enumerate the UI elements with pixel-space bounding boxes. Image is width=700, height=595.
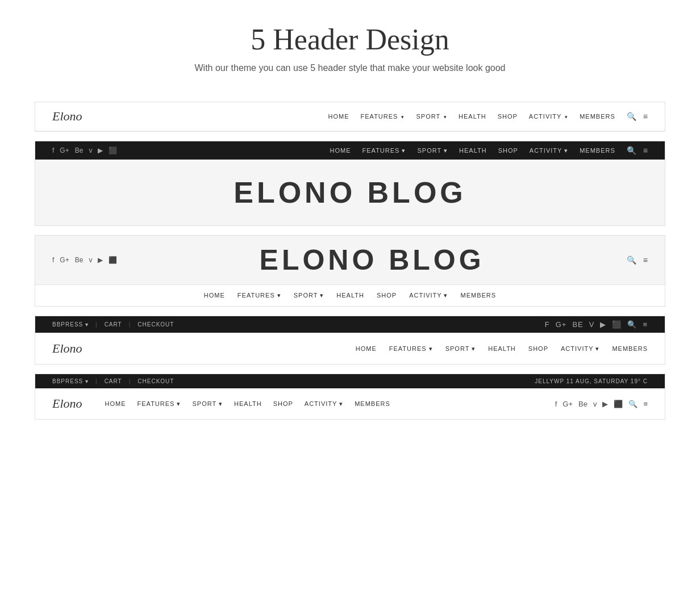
- header-design-4: BBPRESS ▾ | CART | CHECKOUT f G+ Be v ▶ …: [35, 316, 665, 364]
- hd1-navbar: Elono HOME FEATURES SPORT HEALTH SHOP AC…: [35, 102, 665, 131]
- util-sep-2: |: [129, 378, 131, 384]
- facebook-icon[interactable]: f: [52, 256, 54, 264]
- vimeo-icon[interactable]: v: [89, 256, 92, 264]
- hd1-logo: Elono: [52, 109, 82, 124]
- nav-members[interactable]: MEMBERS: [612, 345, 648, 353]
- googleplus-icon[interactable]: G+: [562, 400, 573, 408]
- hd5-utility-right: JELLYWP 11 AUG, SATURDAY 19° C: [535, 378, 648, 384]
- nav-features[interactable]: FEATURES: [361, 113, 405, 120]
- nav-members[interactable]: MEMBERS: [580, 113, 615, 120]
- youtube-icon[interactable]: ▶: [98, 256, 103, 264]
- nav-health[interactable]: HEALTH: [459, 147, 487, 154]
- util-sep-1: |: [95, 321, 98, 328]
- features-chevron: [400, 113, 405, 120]
- nav-features[interactable]: FEATURES ▾: [363, 147, 406, 154]
- nav-health[interactable]: HEALTH: [336, 292, 364, 299]
- nav-shop[interactable]: SHOP: [498, 147, 518, 154]
- youtube-icon[interactable]: ▶: [602, 400, 608, 408]
- hd2-social-bar: f G+ Be v ▶ ⬛ HOME FEATURES ▾ SPORT ▾ HE…: [35, 141, 665, 160]
- nav-home[interactable]: HOME: [328, 113, 349, 120]
- search-icon[interactable]: 🔍: [628, 400, 638, 408]
- nav-features[interactable]: FEATURES ▾: [389, 345, 433, 353]
- nav-shop[interactable]: SHOP: [273, 400, 293, 408]
- instagram-icon[interactable]: ⬛: [614, 400, 623, 408]
- bbpress-link[interactable]: BBPRESS ▾: [52, 321, 89, 328]
- youtube-icon[interactable]: ▶: [98, 146, 103, 154]
- menu-icon[interactable]: ≡: [643, 400, 648, 408]
- search-icon[interactable]: 🔍: [627, 112, 636, 121]
- search-icon[interactable]: 🔍: [627, 320, 637, 329]
- hd4-logo: Elono: [52, 341, 82, 356]
- checkout-link[interactable]: CHECKOUT: [138, 378, 174, 384]
- util-sep-1: |: [95, 378, 98, 384]
- facebook-icon[interactable]: f: [545, 320, 550, 329]
- cart-link[interactable]: CART: [105, 321, 122, 328]
- hd4-utility-bar: BBPRESS ▾ | CART | CHECKOUT f G+ Be v ▶ …: [35, 316, 665, 333]
- nav-shop[interactable]: SHOP: [528, 345, 548, 353]
- behance-icon[interactable]: Be: [572, 320, 583, 329]
- menu-icon[interactable]: ≡: [643, 146, 648, 155]
- hd4-utility-left: BBPRESS ▾ | CART | CHECKOUT: [52, 321, 174, 328]
- youtube-icon[interactable]: ▶: [600, 320, 606, 329]
- facebook-icon[interactable]: f: [52, 146, 54, 154]
- hd2-blog-title: ELONO BLOG: [35, 160, 665, 225]
- vimeo-icon[interactable]: v: [593, 400, 597, 408]
- hd3-top: f G+ Be v ▶ ⬛ ELONO BLOG 🔍 ≡: [35, 236, 665, 284]
- hd5-utility-left: BBPRESS ▾ | CART | CHECKOUT: [52, 378, 174, 384]
- page-title-section: 5 Header Design With our theme you can u…: [0, 0, 700, 90]
- nav-shop[interactable]: SHOP: [498, 113, 518, 120]
- search-icon[interactable]: 🔍: [627, 255, 636, 265]
- nav-home[interactable]: HOME: [105, 400, 126, 408]
- nav-health[interactable]: HEALTH: [459, 113, 486, 120]
- nav-home[interactable]: HOME: [204, 292, 225, 299]
- nav-activity[interactable]: ACTIVITY: [529, 113, 568, 120]
- nav-health[interactable]: HEALTH: [234, 400, 262, 408]
- hd2-right-icons: 🔍 ≡: [627, 146, 648, 155]
- facebook-icon[interactable]: f: [555, 400, 557, 408]
- hd1-nav: HOME FEATURES SPORT HEALTH SHOP ACTIVITY…: [328, 113, 615, 120]
- nav-home[interactable]: HOME: [330, 147, 351, 154]
- nav-features[interactable]: FEATURES ▾: [138, 400, 181, 408]
- nav-members[interactable]: MEMBERS: [355, 400, 390, 408]
- sport-chevron: [443, 113, 447, 120]
- nav-sport[interactable]: SPORT ▾: [192, 400, 223, 408]
- menu-icon[interactable]: ≡: [643, 320, 648, 329]
- instagram-icon[interactable]: ⬛: [109, 256, 117, 264]
- nav-sport[interactable]: SPORT ▾: [294, 292, 324, 299]
- nav-sport[interactable]: SPORT ▾: [445, 345, 476, 353]
- hd3-social-icons: f G+ Be v ▶ ⬛: [52, 256, 117, 264]
- menu-icon[interactable]: ≡: [643, 255, 648, 265]
- header-design-5: BBPRESS ▾ | CART | CHECKOUT JELLYWP 11 A…: [35, 374, 665, 420]
- hd5-utility-bar: BBPRESS ▾ | CART | CHECKOUT JELLYWP 11 A…: [35, 374, 665, 388]
- nav-health[interactable]: HEALTH: [488, 345, 516, 353]
- nav-activity[interactable]: ACTIVITY ▾: [305, 400, 343, 408]
- search-icon[interactable]: 🔍: [627, 146, 636, 155]
- behance-icon[interactable]: Be: [75, 146, 84, 154]
- instagram-icon[interactable]: ⬛: [612, 320, 622, 329]
- hd5-right-icons: f G+ Be v ▶ ⬛ 🔍 ≡: [555, 400, 648, 408]
- bbpress-link[interactable]: BBPRESS ▾: [52, 378, 89, 384]
- nav-features[interactable]: FEATURES ▾: [238, 292, 281, 299]
- nav-members[interactable]: MEMBERS: [580, 147, 615, 154]
- nav-activity[interactable]: ACTIVITY ▾: [409, 292, 448, 299]
- nav-members[interactable]: MEMBERS: [461, 292, 497, 299]
- behance-icon[interactable]: Be: [578, 400, 588, 408]
- checkout-link[interactable]: CHECKOUT: [138, 321, 174, 328]
- vimeo-icon[interactable]: v: [589, 320, 595, 329]
- hd3-right-icons: 🔍 ≡: [627, 255, 648, 265]
- menu-icon[interactable]: ≡: [643, 112, 648, 121]
- nav-shop[interactable]: SHOP: [377, 292, 397, 299]
- instagram-icon[interactable]: ⬛: [109, 146, 117, 154]
- googleplus-icon[interactable]: G+: [556, 320, 567, 329]
- nav-sport[interactable]: SPORT ▾: [417, 147, 448, 154]
- vimeo-icon[interactable]: v: [89, 146, 92, 154]
- nav-sport[interactable]: SPORT: [416, 113, 447, 120]
- behance-icon[interactable]: Be: [75, 256, 84, 264]
- nav-activity[interactable]: ACTIVITY ▾: [561, 345, 599, 353]
- nav-activity[interactable]: ACTIVITY ▾: [530, 147, 568, 154]
- cart-link[interactable]: CART: [105, 378, 122, 384]
- nav-home[interactable]: HOME: [356, 345, 377, 353]
- googleplus-icon[interactable]: G+: [60, 146, 69, 154]
- hd2-nav: HOME FEATURES ▾ SPORT ▾ HEALTH SHOP ACTI…: [330, 147, 615, 154]
- googleplus-icon[interactable]: G+: [60, 256, 69, 264]
